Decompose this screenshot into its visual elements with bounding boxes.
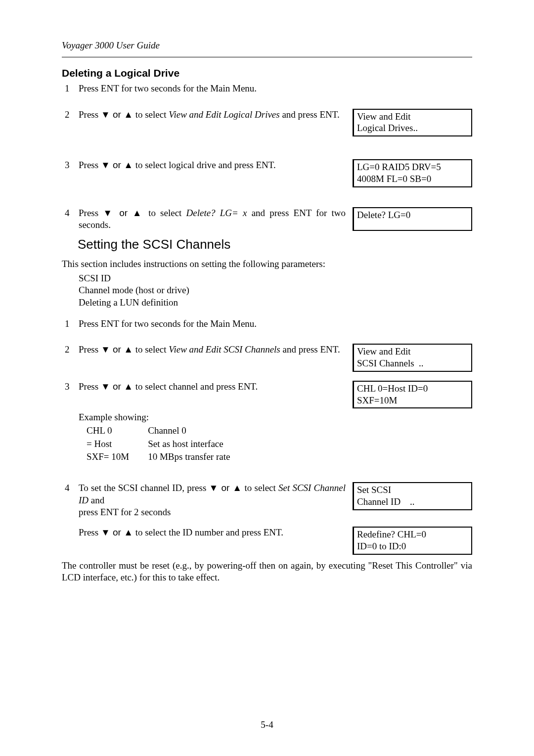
down-up-arrow-icon: ▼ or ▲ xyxy=(101,381,133,392)
step-text: Press ENT for two seconds for the Main M… xyxy=(79,318,353,330)
param-list: SCSI ID Channel mode (host or drive) Del… xyxy=(79,272,472,309)
down-up-arrow-icon: ▼ or ▲ xyxy=(101,160,133,170)
step-number: 4 xyxy=(62,207,79,220)
step-text: Press ▼ or ▲ to select View and Edit SCS… xyxy=(79,344,353,356)
down-up-arrow-icon: ▼ or ▲ xyxy=(101,109,133,120)
step-row: 4 Press ▼ or ▲ to select Delete? LG= x a… xyxy=(62,207,472,231)
step-text: Press ▼ or ▲ to select Delete? LG= x and… xyxy=(79,207,353,231)
lcd-display: Delete? LG=0 xyxy=(353,207,472,231)
param-item: SCSI ID xyxy=(79,272,472,285)
param-item: Deleting a LUN definition xyxy=(79,297,472,309)
down-up-arrow-icon: ▼ or ▲ xyxy=(209,483,242,493)
lcd-display: Redefine? CHL=0 ID=0 to ID:0 xyxy=(353,527,472,555)
step-text: Press ▼ or ▲ to select channel and press… xyxy=(79,381,353,393)
header-rule xyxy=(62,57,472,57)
param-item: Channel mode (host or drive) xyxy=(79,284,472,297)
step-number: 3 xyxy=(62,159,79,172)
table-row: = HostSet as host interface xyxy=(87,438,248,450)
example-block: Example showing: CHL 0Channel 0 = HostSe… xyxy=(79,411,472,464)
step-row: 3 Press ▼ or ▲ to select channel and pre… xyxy=(62,381,472,409)
step-row: 3 Press ▼ or ▲ to select logical drive a… xyxy=(62,159,472,187)
section-title-deleting: Deleting a Logical Drive xyxy=(62,66,472,80)
step-text: To set the SCSI channel ID, press ▼ or ▲… xyxy=(79,482,353,519)
step-number: 3 xyxy=(62,381,79,393)
step-text: Press ENT for two seconds for the Main M… xyxy=(79,83,353,95)
step-row: 2 Press ▼ or ▲ to select View and Edit L… xyxy=(62,109,472,137)
step-number: 4 xyxy=(62,482,79,494)
table-row: SXF= 10M10 MBps transfer rate xyxy=(87,451,248,463)
step-row: 4 To set the SCSI channel ID, press ▼ or… xyxy=(62,482,472,519)
step-text: Press ▼ or ▲ to select the ID number and… xyxy=(79,527,353,539)
section-title-scsi: Setting the SCSI Channels xyxy=(78,236,472,253)
step-number: 1 xyxy=(62,318,79,330)
step-number: 2 xyxy=(62,344,79,356)
step-text: Press ▼ or ▲ to select View and Edit Log… xyxy=(79,109,353,121)
table-row: CHL 0Channel 0 xyxy=(87,425,248,437)
step-number: 1 xyxy=(62,83,79,95)
controller-note: The controller must be reset (e.g., by p… xyxy=(62,560,472,584)
down-up-arrow-icon: ▼ or ▲ xyxy=(101,344,133,355)
step-sub-row: Press ▼ or ▲ to select the ID number and… xyxy=(62,527,472,555)
step-text: Press ▼ or ▲ to select logical drive and… xyxy=(79,159,353,172)
step-number: 2 xyxy=(62,109,79,121)
step-row: 1 Press ENT for two seconds for the Main… xyxy=(62,83,472,95)
lcd-display: CHL 0=Host ID=0 SXF=10M xyxy=(353,381,472,409)
down-up-arrow-icon: ▼ or ▲ xyxy=(103,208,144,218)
down-up-arrow-icon: ▼ or ▲ xyxy=(101,527,133,537)
lcd-display: LG=0 RAID5 DRV=5 4008M FL=0 SB=0 xyxy=(353,159,472,187)
step-row: 2 Press ▼ or ▲ to select View and Edit S… xyxy=(62,344,472,372)
lcd-display: Set SCSI Channel ID .. xyxy=(353,482,472,510)
example-label: Example showing: xyxy=(79,411,472,424)
example-table: CHL 0Channel 0 = HostSet as host interfa… xyxy=(86,424,249,464)
lcd-display: View and Edit SCSI Channels .. xyxy=(353,344,472,372)
page-number: 5-4 xyxy=(0,719,534,731)
running-header: Voyager 3000 User Guide xyxy=(62,40,472,52)
step-row: 1 Press ENT for two seconds for the Main… xyxy=(62,318,472,330)
intro-text: This section includes instructions on se… xyxy=(62,258,472,270)
lcd-display: View and Edit Logical Drives.. xyxy=(353,109,472,137)
